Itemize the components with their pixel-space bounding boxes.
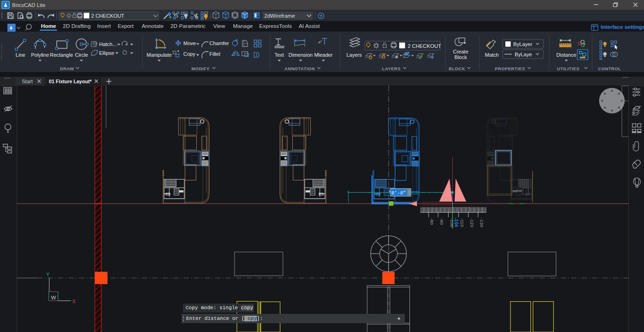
svg-text:Manipulate: Manipulate [147,52,172,58]
svg-text:Home: Home [41,23,56,29]
svg-text:-120: -120 [470,218,475,227]
svg-text:Hatch...: Hatch... [99,41,117,47]
svg-text:8'-8": 8'-8" [391,190,406,196]
svg-text:Layers: Layers [346,52,362,58]
svg-text:DRAW: DRAW [60,66,74,71]
svg-text:Mleader: Mleader [314,52,333,58]
svg-text:Fillet: Fillet [209,51,220,57]
svg-text:PROPERTIES: PROPERTIES [495,66,525,71]
svg-text:Match: Match [485,52,499,58]
svg-text:Create: Create [453,49,468,54]
svg-text:View: View [213,23,225,29]
svg-text:-90: -90 [439,218,444,225]
svg-text:LAYERS: LAYERS [382,66,401,71]
svg-text:01 Fixture Layout*: 01 Fixture Layout* [49,79,92,84]
svg-text:-80: -80 [429,218,435,225]
svg-text:ByLaye: ByLaye [515,52,532,57]
svg-text:2 CHECKOUT: 2 CHECKOUT [91,13,124,19]
svg-text:CONTROL: CONTROL [598,66,621,71]
svg-text:Dimension: Dimension [288,52,313,58]
svg-text:Chamfer: Chamfer [209,40,229,46]
svg-text:Annotate: Annotate [141,23,164,29]
svg-text:Interface settings: Interface settings [601,24,644,30]
svg-text:Circle: Circle [75,52,88,58]
svg-text:UTILITIES: UTILITIES [557,66,579,71]
svg-text:-130: -130 [479,218,484,227]
svg-text:2D Drafting: 2D Drafting [63,23,91,29]
svg-text:BLOCK: BLOCK [449,66,465,71]
svg-text:Insert: Insert [97,23,111,29]
svg-text:Polyline: Polyline [31,52,49,58]
svg-text:Y: Y [46,272,50,277]
svg-text:W: W [51,295,56,300]
svg-text:?: ? [320,13,322,19]
svg-text:Distance: Distance [557,52,577,58]
svg-text:MODIFY: MODIFY [191,66,209,71]
svg-text:Copy: Copy [183,51,195,57]
svg-text:Export: Export [118,23,134,29]
svg-text:ANNOTATION: ANNOTATION [284,66,315,71]
svg-text:2dWireframe: 2dWireframe [264,13,295,19]
svg-text:Manage: Manage [233,23,253,29]
svg-text:Text: Text [275,52,284,58]
svg-text:2 CHECKOUT: 2 CHECKOUT [408,43,441,49]
svg-text:ExpressTools: ExpressTools [259,23,292,29]
svg-text:Move: Move [183,40,196,46]
svg-text:Ellipse: Ellipse [99,50,114,56]
svg-text:2D Parametric: 2D Parametric [170,23,205,29]
svg-text:Line: Line [16,52,26,58]
svg-text:-110: -110 [460,218,465,227]
svg-text:X: X [72,299,76,304]
svg-text:Rectangle: Rectangle [50,52,73,58]
svg-text:BricsCAD Lite: BricsCAD Lite [12,2,46,8]
svg-text:Block: Block [455,54,467,60]
svg-text:AI Assist: AI Assist [299,23,320,29]
svg-text:ByLayer: ByLayer [513,41,532,47]
svg-text:-104: -104 [454,218,459,227]
svg-text:Start: Start [22,79,33,84]
